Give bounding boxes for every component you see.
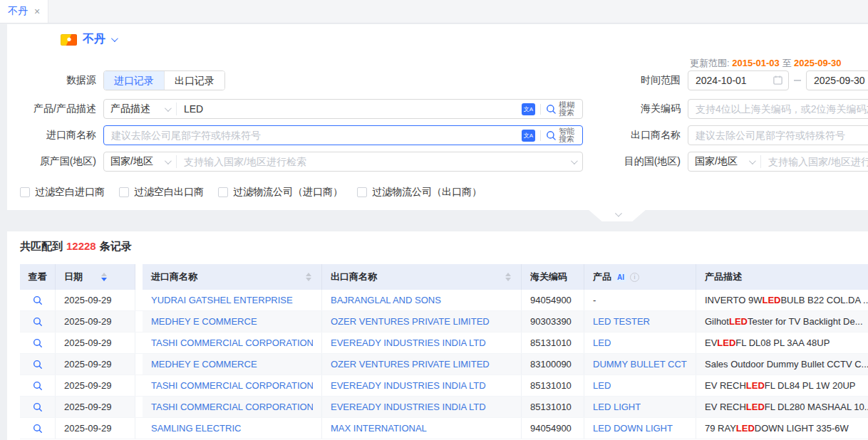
date-cell: 2025-09-29 [56, 418, 135, 439]
update-range-start: 2015-01-03 [732, 58, 780, 68]
destination-country-select[interactable]: 国家/地区 [688, 155, 761, 168]
view-record-button[interactable] [33, 338, 43, 348]
product-link[interactable]: LED TESTER [593, 316, 650, 327]
view-record-button[interactable] [33, 402, 43, 412]
hs-code-cell: 85131010 [522, 397, 584, 417]
hs-code-label: 海关编码 [621, 103, 681, 115]
bhutan-flag-icon [61, 34, 77, 46]
date-cell: 2025-09-29 [56, 290, 135, 310]
range-dash [794, 80, 801, 81]
search-icon [546, 130, 557, 141]
collapse-panel-button[interactable] [588, 209, 646, 221]
view-record-button[interactable] [33, 360, 43, 370]
info-icon[interactable] [630, 273, 639, 282]
origin-country-label: 原产国(地区) [7, 155, 96, 168]
importer-name-input[interactable] [104, 127, 522, 144]
tab-bar: 不丹 × [0, 0, 868, 23]
importer-link[interactable]: SAMLING ELECTRIC [151, 423, 241, 434]
hs-code-input[interactable] [688, 99, 868, 119]
checkbox-label: 过滤空白进口商 [35, 186, 105, 199]
fixed-column-gap [135, 290, 143, 310]
origin-country-select[interactable]: 国家/地区 [104, 155, 177, 168]
product-link[interactable]: LED [593, 337, 611, 348]
chevron-down-icon[interactable] [111, 35, 118, 42]
checkbox-label: 过滤物流公司（出口商） [372, 186, 482, 199]
exporter-link[interactable]: EVEREADY INDUSTRIES INDIA LTD [331, 380, 486, 391]
product-empty: - [593, 295, 596, 305]
importer-label: 进口商名称 [7, 129, 96, 142]
column-product-desc: 产品描述 [696, 264, 868, 290]
fixed-column-gap [135, 354, 143, 374]
fuzzy-search-label: 模糊搜索 [559, 101, 576, 117]
exporter-link[interactable]: EVEREADY INDUSTRIES INDIA LTD [331, 337, 486, 348]
translate-icon[interactable] [522, 103, 535, 115]
column-importer-label: 进口商名称 [151, 271, 197, 283]
sort-importer[interactable] [306, 273, 311, 281]
search-icon [33, 360, 43, 370]
tab-bhutan[interactable]: 不丹 × [0, 0, 48, 23]
match-count: 12228 [66, 240, 96, 252]
importer-link[interactable]: MEDHEY E COMMERCE [151, 359, 257, 370]
hs-code-cell: 83100090 [522, 354, 584, 374]
fixed-column-gap [135, 375, 143, 396]
table-row: 2025-09-29MEDHEY E COMMERCEOZER VENTURES… [20, 354, 868, 375]
export-records-tab[interactable]: 出口记录 [164, 71, 224, 90]
checkbox-icon[interactable] [20, 187, 30, 197]
column-exporter[interactable]: 出口商名称 [322, 264, 522, 290]
exporter-link[interactable]: BAJRANGLAL AND SONS [331, 295, 441, 305]
fixed-column-gap [135, 332, 143, 353]
table-row: 2025-09-29SAMLING ELECTRICMAX INTERNATIO… [20, 418, 868, 439]
exporter-name-input[interactable] [688, 125, 868, 145]
importer-input-group: 智能搜索 [103, 125, 583, 145]
checkbox-filter-blank-importer[interactable]: 过滤空白进口商 [20, 186, 105, 199]
filter-panel: 不丹 更新范围: 2015-01-03 至 2025-09-30 数据源 进口记… [7, 24, 868, 210]
product-link[interactable]: LED [593, 380, 611, 391]
product-link[interactable]: LED DOWN LIGHT [593, 423, 673, 434]
view-record-button[interactable] [33, 424, 43, 434]
hs-code-cell: 94054900 [522, 290, 584, 310]
product-desc-cell: 79 RAY LED DOWN LIGHT 335-6W [696, 418, 868, 439]
checkbox-filter-logistics-exporter[interactable]: 过滤物流公司（出口商） [357, 186, 482, 199]
importer-link[interactable]: MEDHEY E COMMERCE [151, 316, 257, 327]
checkbox-icon[interactable] [119, 187, 129, 197]
sort-date[interactable] [101, 273, 107, 281]
exporter-link[interactable]: EVEREADY INDUSTRIES INDIA LTD [331, 402, 486, 412]
importer-link[interactable]: TASHI COMMERCIAL CORPORATION [151, 402, 313, 412]
time-range-end-input[interactable] [806, 70, 868, 90]
chevron-down-icon [571, 157, 578, 164]
product-desc-cell: Sales Outdoor Dummy Bullet CCTV C... [696, 354, 868, 374]
sort-exporter[interactable] [505, 273, 511, 281]
update-range-end: 2025-09-30 [794, 58, 842, 68]
exporter-link[interactable]: MAX INTERNATIONAL [331, 423, 427, 434]
importer-link[interactable]: TASHI COMMERCIAL CORPORATION [151, 380, 313, 391]
exporter-link[interactable]: OZER VENTURES PRIVATE LIMITED [331, 316, 490, 327]
table-header: 查看 日期 进口商名称 出口商名称 海关编码 产品 AI 产品描述 [20, 264, 868, 290]
checkbox-filter-logistics-importer[interactable]: 过滤物流公司（进口商） [218, 186, 343, 199]
origin-country-input[interactable] [177, 153, 571, 170]
view-record-button[interactable] [33, 317, 43, 327]
exporter-link[interactable]: OZER VENTURES PRIVATE LIMITED [331, 359, 490, 370]
view-record-button[interactable] [33, 295, 43, 305]
column-importer[interactable]: 进口商名称 [143, 264, 322, 290]
tab-title: 不丹 [8, 5, 28, 18]
import-records-tab[interactable]: 进口记录 [104, 71, 164, 90]
smart-search-button[interactable]: 智能搜索 [546, 127, 582, 143]
product-label: 产品/产品描述 [7, 103, 96, 115]
tab-close-icon[interactable]: × [34, 6, 40, 16]
column-date[interactable]: 日期 [56, 264, 135, 290]
product-type-select[interactable]: 产品描述 [104, 103, 177, 115]
divider [540, 130, 541, 141]
page-title[interactable]: 不丹 [83, 32, 105, 47]
product-link[interactable]: DUMMY BULLET CCTV... [593, 359, 687, 370]
destination-country-input[interactable] [761, 153, 868, 170]
importer-link[interactable]: TASHI COMMERCIAL CORPORATION [151, 337, 313, 348]
product-link[interactable]: LED LIGHT [593, 402, 641, 412]
view-record-button[interactable] [33, 381, 43, 391]
checkbox-icon[interactable] [218, 187, 228, 197]
translate-icon[interactable] [522, 130, 535, 142]
product-search-input[interactable] [177, 100, 522, 117]
checkbox-icon[interactable] [357, 187, 367, 197]
importer-link[interactable]: YUDRAI GATSHEL ENTERPRISE [151, 295, 293, 305]
checkbox-filter-blank-exporter[interactable]: 过滤空白出口商 [119, 186, 204, 199]
fuzzy-search-button[interactable]: 模糊搜索 [546, 101, 582, 117]
